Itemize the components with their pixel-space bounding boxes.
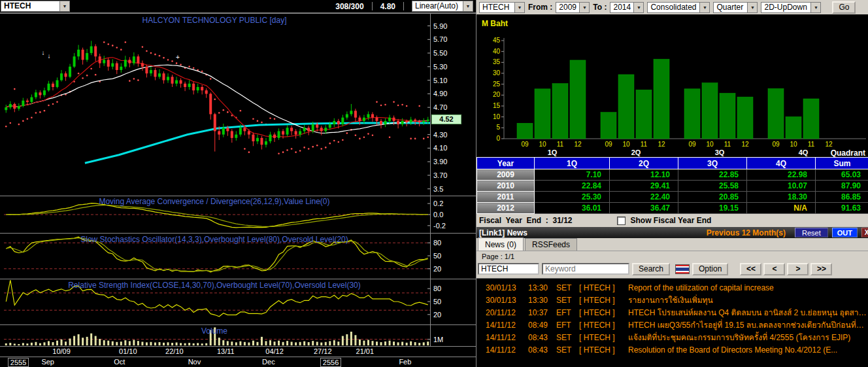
value-cell: 22.85 bbox=[678, 169, 747, 181]
svg-text:11: 11 bbox=[724, 141, 731, 148]
search-button[interactable]: Search bbox=[632, 263, 670, 275]
svg-text:45: 45 bbox=[493, 37, 501, 44]
svg-text:11: 11 bbox=[557, 141, 564, 148]
svg-text:0.0: 0.0 bbox=[433, 211, 443, 218]
quarter-table-row[interactable]: 201125.3022.4020.8518.3086.85 bbox=[477, 192, 868, 203]
last-price-display: 4.80 bbox=[380, 2, 395, 11]
fiscal-checkbox[interactable] bbox=[617, 217, 626, 225]
fundamental-toolbar: HTECH ▼ From : 2009 ▼ To : 2014 ▼ Consol… bbox=[476, 0, 868, 14]
chevron-down-icon: ▼ bbox=[463, 1, 473, 11]
page-indicator: Page : 1/1 bbox=[482, 253, 514, 260]
stochastics-panel-title: Slow Stochastics Oscillator(14,3,3),Over… bbox=[0, 235, 429, 244]
value-cell: 86.85 bbox=[816, 192, 868, 203]
view-mode-combo[interactable]: 2D-UpDown ▼ bbox=[761, 2, 821, 13]
svg-text:-0.2: -0.2 bbox=[433, 222, 446, 230]
symbol-combo[interactable]: HTECH ▼ bbox=[479, 2, 525, 13]
quarter-table-row[interactable]: 201236.0136.4719.15N/A91.63 bbox=[477, 203, 868, 214]
prev-page-button[interactable]: < bbox=[763, 263, 785, 275]
news-date: 20/11/12 bbox=[486, 307, 524, 319]
svg-text:10: 10 bbox=[539, 141, 546, 148]
news-headline: แจ้งมติที่ประชุมคณะกรรมการบริษัทครั้งที่… bbox=[628, 332, 868, 344]
go-button[interactable]: Go bbox=[832, 1, 856, 14]
news-list: 30/01/1313:30SET[ HTECH ]Report of the u… bbox=[476, 278, 868, 367]
svg-text:5.70: 5.70 bbox=[433, 35, 447, 43]
news-item[interactable]: 30/01/1313:30SET[ HTECH ]Report of the u… bbox=[476, 282, 868, 294]
x-axis-date-label: 13/11 bbox=[217, 347, 235, 355]
news-item[interactable]: 30/01/1313:30SET[ HTECH ]รายงานการใช้เงิ… bbox=[476, 294, 868, 307]
value-cell: 12.10 bbox=[610, 169, 678, 181]
svg-text:5.50: 5.50 bbox=[433, 49, 447, 57]
x-axis-date-label: 04/12 bbox=[265, 347, 284, 355]
from-year-combo[interactable]: 2009 ▼ bbox=[556, 2, 590, 13]
consolidated-combo[interactable]: Consolidated ▼ bbox=[647, 2, 710, 13]
news-period-label: Previous 12 Month(s) bbox=[707, 228, 786, 237]
svg-text:12: 12 bbox=[658, 141, 665, 148]
value-cell: 36.01 bbox=[535, 203, 610, 214]
value-cell: 22.98 bbox=[747, 169, 816, 181]
svg-text:10: 10 bbox=[622, 141, 630, 148]
last-page-button[interactable]: >> bbox=[810, 263, 832, 275]
news-time: 13:30 bbox=[528, 282, 552, 294]
fiscal-checkbox-label: Show Fiscal Year End bbox=[631, 216, 712, 225]
news-src: SET bbox=[556, 282, 575, 294]
news-date: 30/01/13 bbox=[486, 282, 524, 294]
x-axis-month-label: 2555 bbox=[8, 358, 29, 367]
consolidated-value: Consolidated bbox=[648, 3, 699, 12]
news-search-row: Search Option << < > >> bbox=[478, 262, 867, 276]
tab-rssfeeds[interactable]: RSSFeeds bbox=[525, 238, 577, 251]
svg-text:5: 5 bbox=[496, 124, 500, 131]
svg-text:5.90: 5.90 bbox=[433, 22, 447, 30]
value-cell: 22.40 bbox=[610, 192, 678, 203]
quarter-table-row[interactable]: 201022.8429.4125.5810.0787.90 bbox=[477, 181, 868, 192]
news-src: EFT bbox=[556, 319, 575, 332]
symbol-combo[interactable]: HTECH ▼ bbox=[1, 1, 70, 12]
tab-news[interactable]: News (0) bbox=[478, 237, 524, 251]
svg-text:11: 11 bbox=[808, 141, 815, 148]
svg-text:20: 20 bbox=[433, 311, 441, 319]
news-item[interactable]: 20/11/1210:37EFT[ HTECH ]HTECH โปรยเสน่ห… bbox=[476, 307, 868, 319]
svg-text:20: 20 bbox=[493, 91, 501, 98]
reset-button[interactable]: Reset bbox=[795, 228, 828, 237]
next-page-button[interactable]: > bbox=[787, 263, 809, 275]
svg-text:09: 09 bbox=[688, 141, 696, 148]
news-item[interactable]: 14/11/1208:49EFT[ HTECH ]HTECH เผยQ3/55ก… bbox=[476, 319, 868, 332]
year-cell: 2012 bbox=[477, 203, 535, 214]
svg-text:12: 12 bbox=[741, 141, 749, 148]
scale-combo[interactable]: Linear(Auto) ▼ bbox=[412, 1, 473, 12]
x-axis-date-label: 22/10 bbox=[165, 347, 184, 355]
quarter-table-row[interactable]: 20097.1012.1022.8522.9865.03 bbox=[477, 169, 868, 181]
svg-text:1Q: 1Q bbox=[548, 149, 558, 156]
last-price-tag: 4.52 bbox=[431, 114, 461, 124]
period-combo[interactable]: Quarter ▼ bbox=[713, 2, 758, 13]
chevron-down-icon: ▼ bbox=[699, 3, 709, 12]
value-cell: 87.90 bbox=[816, 181, 868, 192]
x-axis-month-label: Sep bbox=[41, 358, 54, 366]
news-item[interactable]: 14/11/1208:43SET[ HTECH ]Resolution of t… bbox=[476, 344, 868, 357]
symbol-input[interactable] bbox=[478, 263, 539, 275]
volume-panel-title: Volume bbox=[0, 326, 429, 336]
candlestick-chart[interactable]: 5.905.705.505.305.104.904.704.304.103.90… bbox=[0, 0, 476, 367]
x-axis-date-label: 21/01 bbox=[356, 347, 375, 355]
svg-text:2Q: 2Q bbox=[631, 149, 641, 156]
chart-toolbar: HTECH ▼ 308/300 4.80 Linear(Auto) ▼ bbox=[0, 0, 476, 13]
option-button[interactable]: Option bbox=[692, 263, 728, 275]
value-cell: 22.84 bbox=[535, 181, 610, 192]
first-page-button[interactable]: << bbox=[740, 263, 761, 275]
close-icon[interactable]: X bbox=[861, 228, 868, 237]
value-cell: 65.03 bbox=[816, 169, 868, 181]
quarterly-bar-chart[interactable]: 051015202530354045091011121Q091011122Q09… bbox=[476, 14, 868, 157]
news-item[interactable]: 14/11/1208:43SET[ HTECH ]แจ้งมติที่ประชุ… bbox=[476, 332, 868, 344]
value-cell: 29.41 bbox=[610, 181, 678, 192]
macd-panel-title: Moving Average Convergence / Divergence(… bbox=[0, 197, 429, 206]
svg-text:11: 11 bbox=[641, 141, 648, 148]
news-time: 08:49 bbox=[528, 319, 552, 332]
to-year-combo[interactable]: 2014 ▼ bbox=[610, 2, 644, 13]
svg-text:80: 80 bbox=[433, 239, 441, 247]
keyword-input[interactable] bbox=[542, 263, 629, 275]
x-axis-date-label: 01/10 bbox=[119, 347, 137, 355]
year-cell: 2011 bbox=[477, 192, 535, 203]
value-cell: 25.30 bbox=[535, 192, 610, 203]
out-button[interactable]: OUT bbox=[832, 228, 858, 237]
news-title: [Link1] News bbox=[479, 228, 527, 237]
thai-flag-icon[interactable] bbox=[675, 264, 690, 274]
